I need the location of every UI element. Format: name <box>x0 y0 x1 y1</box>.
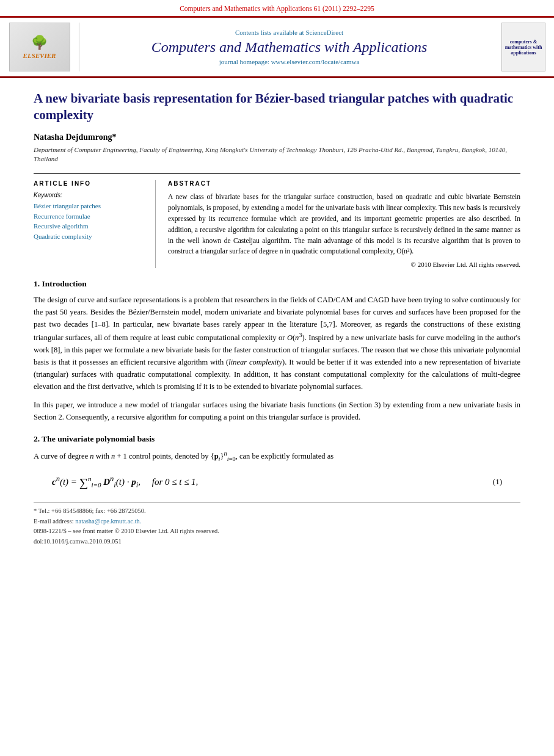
article-info-panel: Article Info Keywords: Bézier triangular… <box>34 180 156 268</box>
elsevier-tree-icon: 🌳 <box>31 35 48 51</box>
abstract-text: A new class of bivariate bases for the t… <box>168 192 520 257</box>
right-logo-title: computers & mathematics with application… <box>505 39 542 56</box>
homepage-url[interactable]: www.elsevier.com/locate/camwa <box>271 58 360 65</box>
contents-prefix: Contents lists available at <box>235 29 305 36</box>
author-affiliation: Department of Computer Engineering, Facu… <box>34 145 520 164</box>
section2-intro: A curve of degree n with n + 1 control p… <box>34 449 520 464</box>
keyword-2: Recurrence formulae <box>34 211 147 222</box>
keyword-1: Bézier triangular patches <box>34 201 147 211</box>
homepage-prefix: journal homepage: <box>219 58 271 65</box>
keyword-4: Quadratic complexity <box>34 231 147 242</box>
formula-1: cn(t) = ∑ni=0 Dni(t) · pi, for 0 ≤ t ≤ 1… <box>52 474 198 490</box>
journal-title-block: Contents lists available at ScienceDirec… <box>86 23 493 71</box>
paper-title: A new bivariate basis representation for… <box>34 90 520 124</box>
journal-logo-right: computers & mathematics with application… <box>499 23 548 71</box>
main-content: A new bivariate basis representation for… <box>0 78 554 559</box>
keyword-3: Recursive algorithm <box>34 221 147 231</box>
article-info-heading: Article Info <box>34 180 147 187</box>
section1-para1: The design of curve and surface represen… <box>34 294 520 393</box>
journal-header: 🌳 ELSEVIER Contents lists available at S… <box>0 16 554 78</box>
journal-title: Computers and Mathematics with Applicati… <box>151 38 428 56</box>
elsevier-logo-left: 🌳 ELSEVIER <box>6 23 79 71</box>
elsevier-box: 🌳 ELSEVIER <box>9 23 70 71</box>
footnote-doi: doi:10.1016/j.camwa.2010.09.051 <box>34 537 520 547</box>
section1-title: 1. Introduction <box>34 279 520 289</box>
formula-1-number: (1) <box>493 477 502 487</box>
footnote-star: * Tel.: +66 854548866; fax: +66 28725050… <box>34 506 520 517</box>
footnote-issn: 0898-1221/$ – see front matter © 2010 El… <box>34 526 520 537</box>
keywords-label: Keywords: <box>34 192 147 198</box>
abstract-panel: Abstract A new class of bivariate bases … <box>168 180 520 268</box>
homepage-line: journal homepage: www.elsevier.com/locat… <box>219 58 360 65</box>
right-logo-box: computers & mathematics with application… <box>501 23 545 71</box>
section1-para2: In this paper, we introduce a new model … <box>34 399 520 423</box>
footnote-email: E-mail address: natasha@cpe.kmutt.ac.th. <box>34 517 520 527</box>
abstract-copyright: © 2010 Elsevier Ltd. All rights reserved… <box>168 261 520 268</box>
journal-citation-link[interactable]: Computers and Mathematics with Applicati… <box>180 5 374 12</box>
footnote-email-address: natasha@cpe.kmutt.ac.th. <box>75 518 141 525</box>
journal-citation-bar: Computers and Mathematics with Applicati… <box>0 0 554 16</box>
formula-1-block: cn(t) = ∑ni=0 Dni(t) · pi, for 0 ≤ t ≤ 1… <box>52 474 502 490</box>
elsevier-wordmark: ELSEVIER <box>23 52 56 59</box>
author-name: Natasha Dejdumrong* <box>34 133 520 142</box>
article-info-abstract-section: Article Info Keywords: Bézier triangular… <box>34 173 520 268</box>
section2-title: 2. The univariate polynomial basis <box>34 434 520 444</box>
sciencedirect-line: Contents lists available at ScienceDirec… <box>235 29 343 36</box>
sciencedirect-link[interactable]: ScienceDirect <box>305 29 343 36</box>
footnote-area: * Tel.: +66 854548866; fax: +66 28725050… <box>34 502 520 547</box>
abstract-heading: Abstract <box>168 180 520 187</box>
